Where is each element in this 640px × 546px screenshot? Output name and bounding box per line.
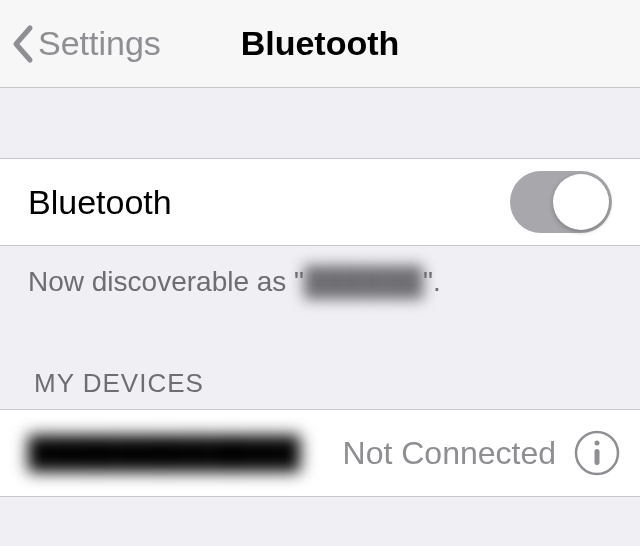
info-button[interactable] [574,430,620,476]
bluetooth-switch[interactable] [510,171,612,233]
back-button[interactable]: Settings [10,24,161,64]
discoverable-suffix: ". [423,266,441,297]
bluetooth-label: Bluetooth [28,183,172,222]
discoverable-text: Now discoverable as "██████". [0,246,640,298]
switch-knob [553,174,609,230]
bluetooth-toggle-row: Bluetooth [0,158,640,246]
device-status: Not Connected [343,435,556,472]
svg-point-1 [595,441,600,446]
discoverable-prefix: Now discoverable as " [28,266,304,297]
device-name: ████████████ [28,435,325,472]
svg-rect-2 [595,449,600,465]
spacer [0,88,640,158]
info-icon [574,430,620,476]
device-own-name: ██████ [304,266,423,297]
my-devices-header: MY DEVICES [0,298,640,409]
nav-bar: Settings Bluetooth [0,0,640,88]
chevron-left-icon [10,24,34,64]
device-row[interactable]: ████████████ Not Connected [0,409,640,497]
back-label: Settings [38,24,161,63]
